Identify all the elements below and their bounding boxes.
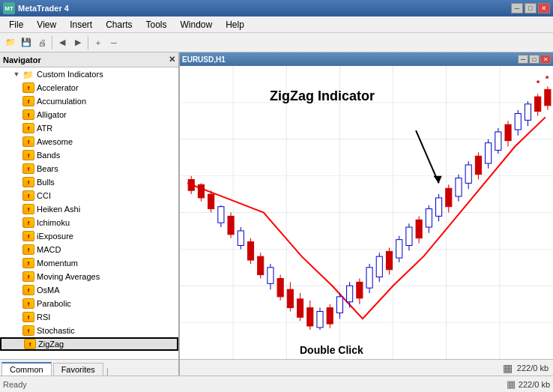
tree-item-stochastic[interactable]: f Stochastic — [0, 324, 178, 337]
svg-rect-35 — [287, 289, 293, 307]
root-label: Custom Indicators — [37, 70, 103, 79]
tree-scroll[interactable]: ▼ 📁 Custom Indicators f Accelerator f Ac… — [0, 67, 178, 359]
menu-file[interactable]: File — [3, 18, 29, 31]
toolbar-btn-6[interactable]: + — [91, 35, 106, 50]
navigator-close-button[interactable]: ✕ — [169, 55, 175, 64]
svg-rect-43 — [327, 308, 333, 325]
tree-item-bulls[interactable]: f Bulls — [0, 175, 178, 189]
indicator-icon: f — [22, 82, 34, 93]
menu-charts[interactable]: Charts — [100, 18, 138, 31]
svg-rect-33 — [277, 278, 283, 296]
indicator-icon: f — [22, 285, 34, 295]
tree-item-iexposure[interactable]: f iExposure — [0, 229, 178, 243]
expand-icon: ▼ — [12, 70, 21, 79]
chart-memory-info: 222/0 kb — [517, 364, 549, 373]
tab-separator: | — [106, 367, 109, 376]
svg-rect-41 — [317, 311, 323, 328]
tree-item-accumulation[interactable]: f Accumulation — [0, 94, 178, 108]
inner-title-bar: EURUSD,H1 ─ □ ✕ — [180, 52, 553, 66]
toolbar-btn-4[interactable]: ◀ — [55, 35, 70, 50]
menu-insert[interactable]: Insert — [64, 18, 98, 31]
toolbar-btn-7[interactable]: ─ — [106, 35, 121, 50]
indicator-icon: f — [22, 190, 34, 201]
tree-item-zigzag[interactable]: f ZigZag — [0, 337, 178, 351]
tree-root-custom-indicators[interactable]: ▼ 📁 Custom Indicators — [0, 67, 178, 81]
tree-item-alligator[interactable]: f Alligator — [0, 108, 178, 121]
svg-rect-77 — [495, 132, 501, 150]
toolbar-btn-3[interactable]: 🖨 — [34, 35, 49, 50]
svg-text:*: * — [546, 74, 549, 85]
svg-rect-21 — [218, 207, 224, 223]
tree-item-ichimoku[interactable]: f Ichimoku — [0, 216, 178, 229]
status-kb-info: 222/0 kb — [519, 380, 550, 389]
svg-rect-55 — [386, 251, 392, 269]
status-text: Ready — [3, 380, 27, 389]
indicator-icon: f — [22, 325, 34, 336]
menu-view[interactable]: View — [31, 18, 62, 31]
indicator-icon: f — [22, 150, 34, 160]
navigator-title: Navigator — [3, 55, 41, 64]
toolbar-btn-2[interactable]: 💾 — [19, 35, 34, 50]
tree-item-bears[interactable]: f Bears — [0, 162, 178, 175]
tree-item-osma[interactable]: f OsMA — [0, 283, 178, 297]
svg-rect-61 — [416, 220, 422, 238]
toolbar-group: 📁 💾 🖨 ◀ ▶ + ─ — [3, 35, 121, 50]
tree-item-macd[interactable]: f MACD — [0, 243, 178, 256]
status-grid-icon: ▦ — [507, 379, 516, 390]
chart-status-bar: ▦ 222/0 kb — [180, 359, 553, 376]
tree-item-rsi[interactable]: f RSI — [0, 310, 178, 324]
title-bar-controls: ─ □ ✕ — [511, 3, 550, 13]
tree-item-cci[interactable]: f CCI — [0, 189, 178, 202]
inner-close-button[interactable]: ✕ — [540, 55, 551, 64]
svg-rect-79 — [505, 124, 511, 141]
tab-common[interactable]: Common — [1, 362, 52, 376]
tree-item-parabolic[interactable]: f Parabolic — [0, 297, 178, 310]
indicator-icon: f — [22, 109, 34, 120]
tree-item-heiken-ashi[interactable]: f Heiken Ashi — [0, 202, 178, 216]
svg-rect-87 — [545, 89, 551, 106]
tree-item-moving-averages[interactable]: f Moving Averages — [0, 270, 178, 283]
inner-minimize-button[interactable]: ─ — [518, 55, 528, 64]
menu-window[interactable]: Window — [175, 18, 219, 31]
svg-rect-57 — [396, 240, 402, 258]
grid-icon: ▦ — [503, 362, 513, 374]
tree-item-momentum[interactable]: f Momentum — [0, 256, 178, 270]
candlestick-chart: * * * ZigZag Indicator Double Click — [180, 66, 553, 359]
inner-window-title: EURUSD,H1 — [182, 55, 226, 64]
navigator-tree: ▼ 📁 Custom Indicators f Accelerator f Ac… — [0, 67, 178, 359]
navigator-panel: Navigator ✕ ▼ 📁 Custom Indicators f Acce… — [0, 52, 180, 376]
svg-rect-25 — [238, 231, 244, 246]
indicator-icon: f — [22, 96, 34, 106]
svg-rect-45 — [336, 297, 342, 313]
menu-bar: File View Insert Charts Tools Window Hel… — [0, 16, 553, 33]
menu-tools[interactable]: Tools — [140, 18, 173, 31]
app-icon: MT — [3, 2, 15, 14]
svg-rect-85 — [535, 97, 541, 112]
svg-rect-19 — [208, 194, 214, 209]
svg-rect-63 — [426, 209, 432, 227]
folder-icon: 📁 — [22, 70, 34, 79]
indicator-icon: f — [22, 312, 34, 322]
status-bar: Ready ▦ 222/0 kb — [0, 376, 553, 392]
indicator-icon: f — [22, 177, 34, 187]
inner-maximize-button[interactable]: □ — [529, 55, 540, 64]
svg-text:*: * — [537, 79, 540, 89]
svg-rect-65 — [435, 198, 441, 216]
maximize-button[interactable]: □ — [525, 3, 537, 13]
close-button[interactable]: ✕ — [538, 3, 550, 13]
tree-item-bands[interactable]: f Bands — [0, 148, 178, 162]
tree-item-atr[interactable]: f ATR — [0, 121, 178, 135]
tab-favorites[interactable]: Favorites — [53, 363, 103, 376]
tree-item-awesome[interactable]: f Awesome — [0, 135, 178, 148]
main-content: Navigator ✕ ▼ 📁 Custom Indicators f Acce… — [0, 52, 553, 376]
toolbar-btn-5[interactable]: ▶ — [70, 35, 85, 50]
svg-rect-47 — [347, 286, 353, 302]
minimize-button[interactable]: ─ — [511, 3, 523, 13]
tree-item-accelerator[interactable]: f Accelerator — [0, 81, 178, 94]
navigator-tabs: Common Favorites | — [0, 359, 178, 376]
chart-svg: * * * — [180, 66, 553, 359]
toolbar-btn-1[interactable]: 📁 — [3, 35, 18, 50]
svg-rect-67 — [446, 188, 452, 206]
double-click-label: Double Click — [300, 344, 363, 356]
menu-help[interactable]: Help — [220, 18, 250, 31]
